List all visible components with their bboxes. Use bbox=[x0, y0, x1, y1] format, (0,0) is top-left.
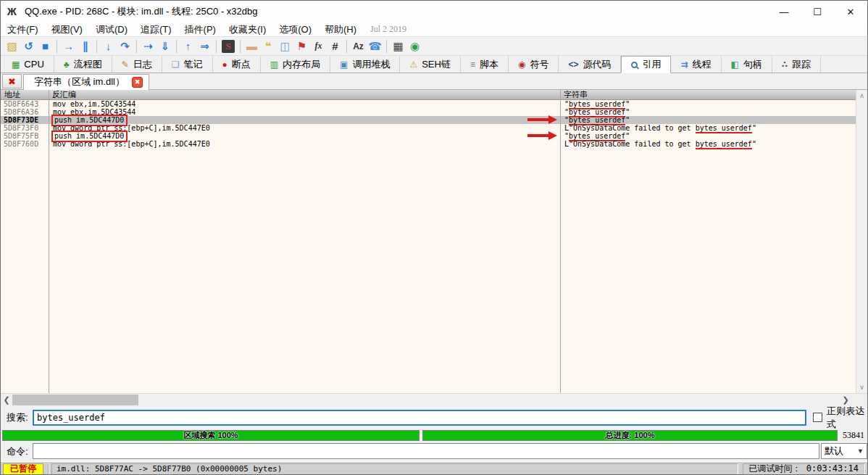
profile-value: 默认 bbox=[825, 445, 843, 458]
regex-label[interactable]: 正则表达式 bbox=[827, 406, 867, 429]
menu-debug[interactable]: 调试(D) bbox=[89, 22, 134, 36]
scroll-left-icon[interactable]: ❮ bbox=[1, 394, 12, 406]
menu-trace[interactable]: 追踪(T) bbox=[134, 22, 178, 36]
run-to-user-code-icon[interactable]: ⇒ bbox=[196, 38, 213, 54]
handles-icon: ◧ bbox=[731, 59, 739, 70]
tab-graph[interactable]: ♣流程图 bbox=[54, 56, 112, 73]
scroll-down-icon[interactable]: ∨ bbox=[859, 381, 864, 393]
step-over-icon[interactable]: ↷ bbox=[117, 38, 133, 54]
tab-seh[interactable]: ⚠SEH链 bbox=[400, 56, 461, 73]
calculator-icon[interactable]: ▦ bbox=[390, 38, 406, 54]
notes-icon: ❏ bbox=[172, 59, 180, 70]
doc-tab-strings[interactable]: 字符串（区域 im.dll） ✖ bbox=[23, 74, 149, 90]
step-out-icon[interactable]: ↑ bbox=[180, 38, 196, 54]
tab-script[interactable]: ≡脚本 bbox=[461, 56, 509, 73]
pause-icon[interactable]: ∥ bbox=[77, 38, 93, 54]
doc-tab-close-icon[interactable]: ✖ bbox=[132, 77, 143, 88]
run-to-cursor-icon[interactable]: ⇢ bbox=[140, 38, 157, 54]
references-icon bbox=[631, 62, 638, 68]
execute-till-return-icon[interactable]: ⇓ bbox=[157, 38, 173, 54]
graph-icon: ♣ bbox=[64, 59, 70, 70]
source-badge-icon[interactable]: S bbox=[222, 40, 235, 53]
cell-string: L"OnSysDataCome failed to get bytes_user… bbox=[560, 124, 856, 132]
result-count: 53841 bbox=[843, 429, 864, 442]
comment-icon[interactable]: ❝ bbox=[260, 38, 277, 54]
symbols-icon: ◉ bbox=[518, 59, 525, 70]
horizontal-scrollbar[interactable]: ❮ ❯ bbox=[1, 393, 867, 406]
column-header-address[interactable]: 地址 bbox=[1, 90, 49, 99]
x32dbg-window: Ж QQ.exe - PID: 268C - 模块: im.dll - 线程: … bbox=[0, 0, 868, 475]
tab-label: 引用 bbox=[642, 58, 661, 71]
table-row[interactable]: 5D8F760D mov dword ptr ss:[ebp+C],im.5DC… bbox=[1, 140, 856, 148]
stop-icon[interactable]: ■ bbox=[37, 38, 54, 54]
tab-handles[interactable]: ◧句柄 bbox=[722, 56, 772, 73]
step-into-icon[interactable]: ↓ bbox=[100, 38, 117, 54]
string-references-table[interactable]: 地址 反汇编 字符串 5D8F6643 mov ebx,im.5DC43544 … bbox=[1, 90, 856, 393]
menu-file[interactable]: 文件(F) bbox=[1, 22, 45, 36]
close-button[interactable]: ✕ bbox=[834, 1, 867, 22]
command-input[interactable] bbox=[33, 443, 819, 459]
search-input[interactable] bbox=[33, 410, 806, 426]
cell-address: 5D8F73DE bbox=[1, 116, 49, 124]
tab-references[interactable]: 引用 bbox=[621, 56, 671, 73]
table-row[interactable]: 5D8F6643 mov ebx,im.5DC43544 "bytes_user… bbox=[1, 100, 856, 108]
column-header-string[interactable]: 字符串 bbox=[560, 90, 856, 99]
annotation-box: push im.5DC447D0 bbox=[51, 115, 128, 126]
column-header-disassembly[interactable]: 反汇编 bbox=[49, 90, 560, 99]
tab-cpu[interactable]: ▦CPU bbox=[2, 56, 54, 73]
menu-view[interactable]: 视图(V) bbox=[45, 22, 89, 36]
tab-trace[interactable]: ∴跟踪 bbox=[772, 56, 821, 73]
close-all-tabs-button[interactable]: ✖ bbox=[2, 74, 22, 88]
menu-options[interactable]: 选项(O) bbox=[272, 22, 318, 36]
cell-address: 5D8F73F0 bbox=[1, 124, 49, 132]
command-label: 命令: bbox=[7, 442, 28, 461]
bug-icon: Ж bbox=[7, 6, 19, 17]
table-row[interactable]: 5D8F75FB push im.5DC447D0 "bytes_userdef… bbox=[1, 132, 856, 140]
function-icon[interactable]: fx bbox=[310, 38, 327, 54]
maximize-button[interactable]: ☐ bbox=[801, 1, 834, 22]
tab-notes[interactable]: ❏笔记 bbox=[162, 56, 213, 73]
bookmark-icon[interactable]: ⚑ bbox=[293, 38, 310, 54]
string-search-icon[interactable]: Az bbox=[350, 38, 367, 54]
annotation-arrow bbox=[527, 132, 557, 139]
annotation-box: push im.5DC447D0 bbox=[51, 131, 128, 142]
tab-breakpoints[interactable]: ●断点 bbox=[213, 56, 261, 73]
scroll-up-icon[interactable]: ∧ bbox=[859, 90, 864, 102]
open-file-icon[interactable]: ▨ bbox=[4, 38, 20, 54]
tab-threads[interactable]: ⇉线程 bbox=[671, 56, 721, 73]
scrollbar-thumb[interactable] bbox=[12, 395, 138, 405]
hash-icon[interactable]: # bbox=[327, 38, 343, 54]
cell-string: "bytes_userdef" bbox=[560, 100, 856, 108]
annotation-arrow bbox=[527, 116, 557, 123]
status-bar: 已暂停 im.dll: 5D8F77AC -> 5D8F77B0 (0x0000… bbox=[1, 461, 867, 475]
command-profile-dropdown[interactable]: 默认 ▼ bbox=[821, 443, 867, 459]
table-row[interactable]: 5D8F73F0 mov dword ptr ss:[ebp+C],im.5DC… bbox=[1, 124, 856, 132]
tab-log[interactable]: ✎日志 bbox=[112, 56, 162, 73]
toolbar: ▨ ↺ ■ → ∥ ↓ ↷ ⇢ ⇓ ↑ ⇒ S ▬ ❝ ◫ ⚑ bbox=[1, 36, 867, 56]
tab-memory-map[interactable]: ▥内存布局 bbox=[261, 56, 330, 73]
breakpoint-icon: ● bbox=[222, 59, 228, 70]
build-date: Jul 2 2019 bbox=[370, 24, 406, 35]
tab-source[interactable]: <>源代码 bbox=[559, 56, 621, 73]
tab-symbols[interactable]: ◉符号 bbox=[509, 56, 559, 73]
tab-label: 流程图 bbox=[74, 58, 102, 71]
restart-icon[interactable]: ↺ bbox=[20, 38, 37, 54]
table-row[interactable]: 5D8F6A36 mov ebx,im.5DC43544 "bytes_user… bbox=[1, 108, 856, 116]
run-icon[interactable]: → bbox=[60, 38, 77, 54]
menu-plugins[interactable]: 插件(P) bbox=[178, 22, 222, 36]
vertical-scrollbar[interactable]: ∧ ∨ bbox=[856, 90, 867, 393]
tab-label: 线程 bbox=[693, 58, 711, 71]
label-icon[interactable]: ◫ bbox=[277, 38, 293, 54]
regex-checkbox[interactable] bbox=[813, 413, 822, 422]
tab-label: 跟踪 bbox=[792, 58, 811, 71]
menu-help[interactable]: 帮助(H) bbox=[318, 22, 363, 36]
tab-call-stack[interactable]: ▣调用堆栈 bbox=[330, 56, 400, 73]
patch-icon[interactable]: ▬ bbox=[243, 38, 260, 54]
menu-favourites[interactable]: 收藏夹(I) bbox=[222, 22, 272, 36]
cell-string: "bytes_userdef" bbox=[560, 108, 856, 116]
table-row-selected[interactable]: 5D8F73DE push im.5DC447D0 "bytes_userdef… bbox=[1, 116, 856, 124]
globe-icon[interactable]: ◉ bbox=[406, 38, 423, 54]
minimize-button[interactable]: — bbox=[767, 1, 801, 22]
cell-string: "bytes_userdef" bbox=[560, 132, 856, 140]
device-icon[interactable]: ☎ bbox=[367, 38, 383, 54]
